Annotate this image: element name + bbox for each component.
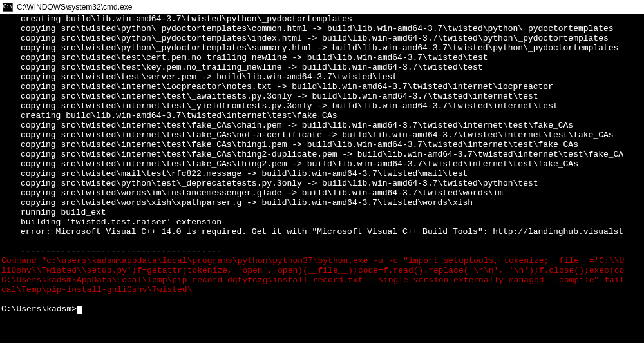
prompt-text: C:\Users\kadsm>: [1, 304, 77, 314]
console-line: building 'twisted.test.raiser' extension: [1, 217, 643, 227]
console-line: copying src\twisted\mail\test\rfc822.mes…: [1, 169, 643, 179]
window-title: C:\WINDOWS\system32\cmd.exe: [17, 3, 132, 12]
console-line: cal\Temp\pip-install-gnli0shv\Twisted\: [1, 285, 643, 295]
console-line: copying src\twisted\internet\iocpreactor…: [1, 82, 643, 92]
console-output[interactable]: creating build\lib.win-amd64-3.7\twisted…: [0, 14, 644, 343]
cmd-window: C:\ C:\WINDOWS\system32\cmd.exe creating…: [0, 0, 644, 343]
console-line: creating build\lib.win-amd64-3.7\twisted…: [1, 14, 643, 24]
console-line: copying src\twisted\test\server.pem -> b…: [1, 72, 643, 82]
console-line: copying src\twisted\python\test\_depreca…: [1, 179, 643, 188]
console-line: copying src\twisted\words\im\instancemes…: [1, 188, 643, 198]
console-line: li0shv\\Twisted\\setup.py';f=getattr(tok…: [1, 266, 643, 275]
console-line: copying src\twisted\internet\test\fake_C…: [1, 150, 643, 159]
console-line: Command "c:\users\kadsm\appdata\local\pr…: [1, 256, 643, 266]
cmd-icon-label: C:\: [3, 4, 12, 10]
console-line: running build_ext: [1, 208, 643, 217]
console-line: error: Microsoft Visual C++ 14.0 is requ…: [1, 227, 643, 237]
console-line: copying src\twisted\internet\test\fake_C…: [1, 121, 643, 130]
console-line: copying src\twisted\python\_pydoctortemp…: [1, 34, 643, 43]
prompt-line[interactable]: C:\Users\kadsm>: [1, 304, 643, 314]
titlebar[interactable]: C:\ C:\WINDOWS\system32\cmd.exe: [0, 0, 644, 14]
console-line: copying src\twisted\test\cert.pem.no_tra…: [1, 53, 643, 63]
console-line: copying src\twisted\internet\test\fake_C…: [1, 159, 643, 169]
console-line: creating build\lib.win-amd64-3.7\twisted…: [1, 111, 643, 121]
cursor: [77, 306, 82, 314]
console-line: C:\Users\kadsm\AppData\Local\Temp\pip-re…: [1, 275, 643, 285]
console-line: copying src\twisted\words\xish\xpathpars…: [1, 198, 643, 208]
console-line: copying src\twisted\python\_pydoctortemp…: [1, 24, 643, 34]
console-line: copying src\twisted\internet\test\_yield…: [1, 101, 643, 111]
console-line: ----------------------------------------: [1, 246, 643, 256]
console-line: [1, 295, 643, 304]
console-line: copying src\twisted\python\_pydoctortemp…: [1, 43, 643, 53]
console-line: copying src\twisted\test\key.pem.no_trai…: [1, 63, 643, 72]
console-line: copying src\twisted\internet\test\fake_C…: [1, 140, 643, 150]
console-line: copying src\twisted\internet\test\fake_C…: [1, 130, 643, 140]
cmd-icon: C:\: [3, 3, 13, 12]
console-line: copying src\twisted\internet\test\_await…: [1, 92, 643, 101]
console-line: [1, 237, 643, 246]
